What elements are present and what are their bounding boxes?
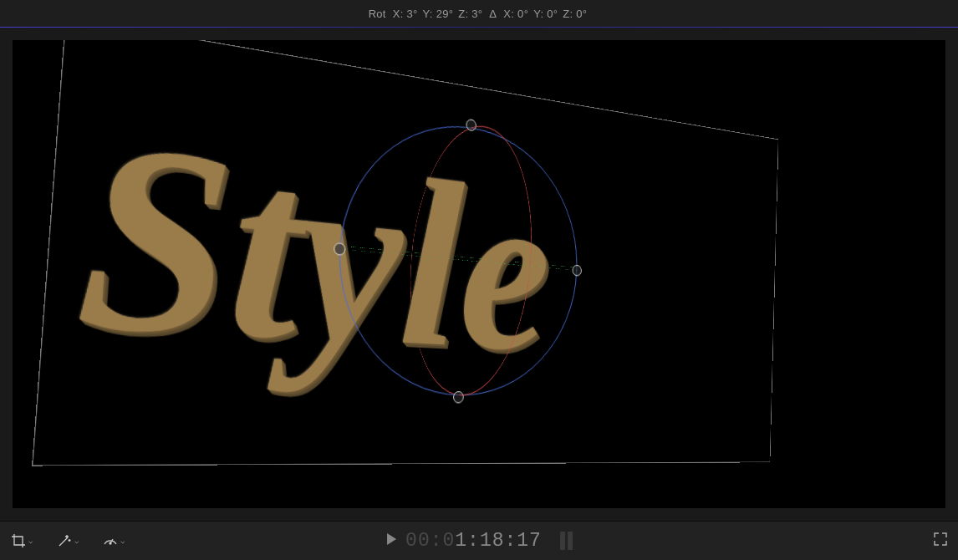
audio-meters [560,532,573,550]
viewport-canvas[interactable]: Style [13,40,945,508]
delta-x: X: 0° [503,8,528,20]
chevron-down-icon: ⌵ [28,537,33,545]
svg-point-0 [110,542,111,544]
retime-tool-button[interactable]: ⌵ [102,532,125,549]
crop-tool-button[interactable]: ⌵ [10,532,33,549]
crop-icon [10,532,27,549]
fullscreen-button[interactable] [933,532,948,550]
rotation-y: Y: 29° [423,8,454,20]
delta-z: Z: 0° [563,8,587,20]
timecode-display[interactable]: 00:01:18:17 [405,530,542,552]
delta-label: Δ [489,8,497,20]
rotation-label: Rot [369,8,386,20]
play-icon [385,532,397,546]
timecode-value: 1:18:17 [455,530,542,552]
speed-icon [102,532,119,549]
timecode-dim: 00:0 [405,530,455,552]
play-button[interactable] [385,532,397,549]
delta-y: Y: 0° [533,8,558,20]
viewport-container: Style [0,28,958,521]
enhance-tool-button[interactable]: ⌵ [56,532,79,549]
audio-meter-right [568,532,573,550]
rotation-x: X: 3° [393,8,418,20]
rotation-z: Z: 3° [458,8,482,20]
rotation-info-bar: Rot X: 3° Y: 29° Z: 3° Δ X: 0° Y: 0° Z: … [0,0,958,27]
chevron-down-icon: ⌵ [120,537,125,545]
chevron-down-icon: ⌵ [74,537,79,545]
wand-icon [56,532,73,549]
bottom-toolbar: ⌵ ⌵ ⌵ 00:01:18:17 [0,521,958,560]
audio-meter-left [560,532,565,550]
fullscreen-icon [933,532,948,547]
